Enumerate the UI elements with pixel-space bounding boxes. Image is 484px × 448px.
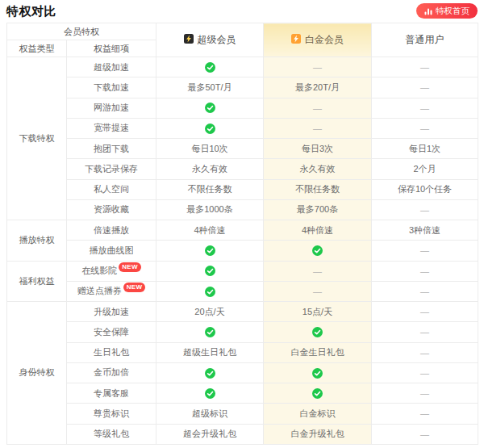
benefit-detail-label: 倍速播放 <box>94 225 129 235</box>
benefit-type-cell: 福利权益 <box>7 261 67 302</box>
platinum-value-cell <box>264 241 372 261</box>
benefit-detail-label: 生日礼包 <box>94 347 129 357</box>
benefit-detail-cell: 抱团下载 <box>67 139 156 159</box>
platinum-value-cell: 白金标识 <box>264 404 372 424</box>
normal-value-cell: 3种倍速 <box>372 220 478 241</box>
comparison-table-body: 下载特权超级加速——下载加速最多50T/月最多20T/月—网游加速——宽带提速—… <box>7 57 478 445</box>
table-row: 播放曲线图— <box>7 241 478 261</box>
new-badge: NEW <box>119 262 141 272</box>
privilege-compare-panel: 特权对比 特权首页 会员特权 <box>0 0 484 448</box>
benefit-detail-cell: 等级礼包 <box>67 424 156 444</box>
benefit-detail-label: 安全保障 <box>94 327 129 337</box>
super-value-cell <box>156 261 264 281</box>
privilege-home-button[interactable]: 特权首页 <box>416 3 478 19</box>
normal-value-cell: — <box>372 118 478 138</box>
page-title: 特权对比 <box>6 4 56 19</box>
dash-placeholder: — <box>420 266 429 276</box>
platinum-value-cell: 每日3次 <box>264 139 372 159</box>
normal-value-cell: — <box>372 362 478 383</box>
dash-placeholder: — <box>420 124 429 133</box>
check-icon <box>312 245 323 256</box>
platinum-value-cell: 永久有效 <box>264 159 372 179</box>
super-value-cell <box>156 322 264 342</box>
benefit-detail-cell: 安全保障 <box>67 322 156 342</box>
benefit-detail-label: 金币加倍 <box>94 367 129 377</box>
dash-placeholder: — <box>420 348 429 358</box>
benefit-detail-cell: 网游加速 <box>67 98 156 118</box>
benefit-detail-label: 专属客服 <box>94 388 129 398</box>
column-header-super-vip: 超级会员 <box>156 23 264 57</box>
table-row: 宽带提速—— <box>7 118 478 138</box>
benefit-detail-cell: 生日礼包 <box>67 342 156 362</box>
platinum-value-cell: 最多20T/月 <box>264 77 372 98</box>
table-row: 播放特权倍速播放4种倍速4种倍速3种倍速 <box>7 220 478 241</box>
table-row: 金币加倍— <box>7 362 478 383</box>
platinum-value-cell <box>264 383 372 404</box>
dash-placeholder: — <box>313 124 322 133</box>
benefit-detail-header: 权益细项 <box>67 40 156 57</box>
table-row: 尊贵标识超级标识白金标识— <box>7 404 478 424</box>
benefit-detail-cell: 金币加倍 <box>67 362 156 383</box>
benefit-detail-label: 抱团下载 <box>94 144 129 153</box>
normal-value-cell: — <box>372 424 478 444</box>
table-row: 安全保障— <box>7 322 478 342</box>
table-row: 下载记录保存永久有效永久有效2个月 <box>7 159 478 179</box>
super-value-cell: 最多1000条 <box>156 199 264 220</box>
table-row: 下载特权超级加速—— <box>7 57 478 77</box>
benefit-detail-label: 宽带提速 <box>94 123 129 132</box>
column-header-super-vip-label: 超级会员 <box>198 33 236 47</box>
normal-value-cell: — <box>372 302 478 322</box>
benefit-detail-label: 超级加速 <box>94 62 129 72</box>
benefit-type-cell: 下载特权 <box>7 57 67 220</box>
benefit-detail-label: 等级礼包 <box>94 429 129 438</box>
benefit-detail-cell: 私人空间 <box>67 179 156 199</box>
platinum-value-cell: 最多700条 <box>264 199 372 220</box>
privilege-home-button-label: 特权首页 <box>436 6 469 17</box>
normal-value-cell: — <box>372 77 478 98</box>
table-row: 网游加速—— <box>7 98 478 118</box>
dash-placeholder: — <box>420 287 429 296</box>
check-icon <box>312 327 323 337</box>
check-icon <box>205 327 215 337</box>
benefit-type-header: 权益类型 <box>7 40 67 57</box>
benefit-detail-cell: 专属客服 <box>67 383 156 404</box>
dash-placeholder: — <box>420 327 429 337</box>
table-row: 等级礼包超会升级礼包白金升级礼包— <box>7 424 478 444</box>
dash-placeholder: — <box>313 103 322 113</box>
benefit-detail-label: 资源收藏 <box>94 204 129 214</box>
super-value-cell <box>156 383 264 404</box>
dash-placeholder: — <box>313 266 322 276</box>
benefit-detail-label: 播放曲线图 <box>90 245 134 255</box>
new-badge: NEW <box>123 283 146 292</box>
check-icon <box>205 388 215 399</box>
benefit-detail-cell: 尊贵标识 <box>67 404 156 424</box>
table-row: 资源收藏最多1000条最多700条— <box>7 199 478 220</box>
dash-placeholder: — <box>420 245 429 255</box>
platinum-value-cell: 4种倍速 <box>264 220 372 241</box>
table-row: 身份特权升级加速20点/天15点/天— <box>7 302 478 322</box>
benefit-detail-cell: 在线影院NEW <box>67 261 156 281</box>
check-icon <box>312 388 323 399</box>
table-row: 生日礼包超级生日礼包白金生日礼包— <box>7 342 478 362</box>
check-icon <box>205 124 215 134</box>
benefit-type-cell: 播放特权 <box>7 220 67 262</box>
column-header-platinum-vip-label: 白金会员 <box>305 33 344 47</box>
super-value-cell <box>156 57 264 77</box>
check-icon <box>205 245 215 256</box>
dash-placeholder: — <box>313 62 322 72</box>
platinum-value-cell: 不限任务数 <box>264 179 372 199</box>
normal-value-cell: — <box>372 261 478 281</box>
dash-placeholder: — <box>420 307 429 316</box>
dash-placeholder: — <box>420 429 429 439</box>
benefit-detail-cell: 超级加速 <box>67 57 156 77</box>
dash-placeholder: — <box>313 287 322 296</box>
normal-value-cell: — <box>372 57 478 77</box>
super-value-cell: 超级标识 <box>156 404 264 424</box>
dash-placeholder: — <box>420 388 429 398</box>
benefit-detail-cell: 资源收藏 <box>67 199 156 220</box>
dash-placeholder: — <box>420 103 429 113</box>
benefit-detail-cell: 播放曲线图 <box>67 241 156 261</box>
table-row: 私人空间不限任务数不限任务数保存10个任务 <box>7 179 478 199</box>
dash-placeholder: — <box>420 368 429 378</box>
normal-value-cell: — <box>372 404 478 424</box>
